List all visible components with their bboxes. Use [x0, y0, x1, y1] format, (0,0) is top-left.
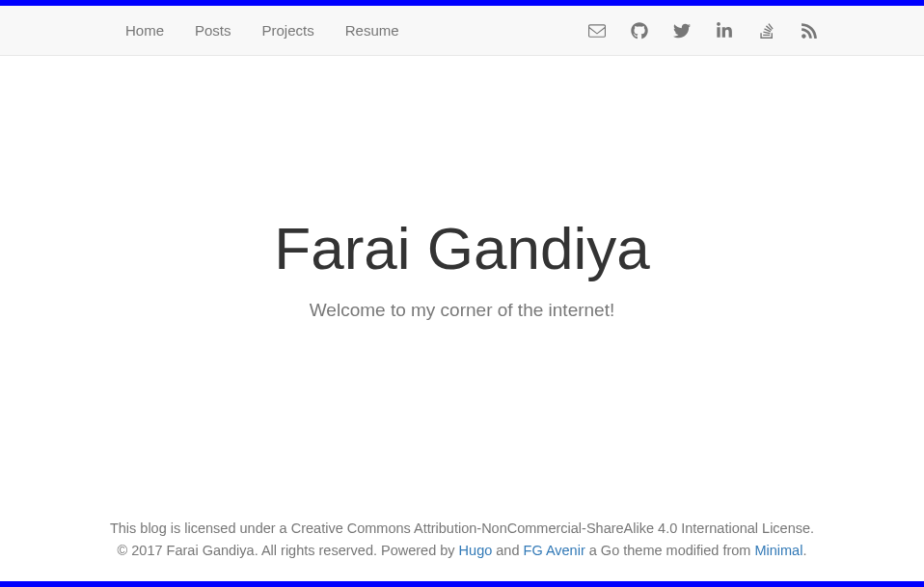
page-title: Farai Gandiya	[274, 214, 649, 282]
stackoverflow-icon[interactable]	[758, 22, 775, 40]
link-hugo[interactable]: Hugo	[459, 543, 493, 558]
footer: This blog is licensed under a Creative C…	[0, 518, 924, 581]
footer-text: and	[492, 543, 523, 558]
github-icon[interactable]	[631, 22, 648, 40]
nav-home[interactable]: Home	[125, 22, 164, 39]
rss-icon[interactable]	[801, 22, 818, 40]
main-content: Farai Gandiya Welcome to my corner of th…	[0, 56, 924, 518]
linkedin-icon[interactable]	[716, 22, 733, 40]
nav-posts[interactable]: Posts	[195, 22, 231, 39]
navbar: Home Posts Projects Resume	[0, 6, 924, 56]
nav-resume[interactable]: Resume	[345, 22, 399, 39]
footer-text: © 2017 Farai Gandiya. All rights reserve…	[118, 543, 459, 558]
link-fgavenir[interactable]: FG Avenir	[524, 543, 585, 558]
footer-license: This blog is licensed under a Creative C…	[39, 518, 885, 540]
twitter-icon[interactable]	[673, 22, 691, 40]
footer-copyright: © 2017 Farai Gandiya. All rights reserve…	[39, 540, 885, 562]
page-subtitle: Welcome to my corner of the internet!	[310, 300, 614, 321]
nav-left: Home Posts Projects Resume	[125, 22, 399, 39]
nav-projects[interactable]: Projects	[262, 22, 314, 39]
footer-text: .	[802, 543, 806, 558]
footer-text: a Go theme modified from	[585, 543, 755, 558]
nav-right	[588, 22, 818, 40]
email-icon[interactable]	[588, 22, 606, 40]
link-minimal[interactable]: Minimal	[754, 543, 802, 558]
